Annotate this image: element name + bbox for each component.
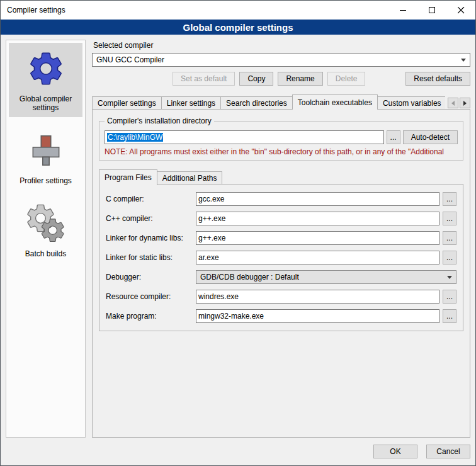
sidebar-item-label: Profiler settings [20,176,72,185]
close-button[interactable] [446,1,475,20]
chevron-down-icon [461,59,466,62]
dynamic-linker-label: Linker for dynamic libs: [106,234,193,242]
tab-search-directories[interactable]: Search directories [220,96,293,110]
compiler-settings-window: Compiler settings Global compiler settin… [0,0,476,466]
selected-compiler-value: GNU GCC Compiler [96,55,457,64]
ok-button[interactable]: OK [373,445,417,458]
set-as-default-button: Set as default [173,72,235,86]
copy-button[interactable]: Copy [239,72,273,86]
reset-defaults-button[interactable]: Reset defaults [405,72,470,86]
compiler-button-row: Set as default Copy Rename Delete Reset … [92,72,470,86]
make-program-value: mingw32-make.exe [198,312,264,321]
tab-scroll-left-button[interactable] [448,98,458,108]
minimize-button[interactable] [388,1,417,20]
tab-compiler-settings[interactable]: Compiler settings [92,96,162,110]
field-row-dynamic-linker: Linker for dynamic libs: g++.exe ... [106,231,456,245]
subtab-program-files[interactable]: Program Files [99,169,157,185]
rename-button[interactable]: Rename [278,72,322,86]
install-dir-row: C:\raylib\MinGW ... Auto-detect [105,130,458,144]
tab-custom-variables[interactable]: Custom variables [377,96,445,110]
cancel-button[interactable]: Cancel [426,445,470,458]
field-row-make-program: Make program: mingw32-make.exe ... [106,309,456,323]
program-files-panel: C compiler: gcc.exe ... C++ compiler: g+… [99,184,463,331]
auto-detect-button[interactable]: Auto-detect [403,130,458,144]
maximize-button[interactable] [417,1,446,20]
selected-compiler-label: Selected compiler [93,41,470,50]
field-row-c-compiler: C compiler: gcc.exe ... [106,192,456,206]
debugger-value: GDB/CDB debugger : Default [200,273,443,281]
install-dir-input[interactable]: C:\raylib\MinGW [105,130,384,144]
resource-compiler-label: Resource compiler: [106,292,193,301]
dialog-footer: OK Cancel [1,438,475,465]
profiler-settings-icon [26,131,65,170]
sidebar-item-profiler-settings[interactable]: Profiler settings [9,125,82,190]
close-icon [458,7,465,14]
field-row-resource-compiler: Resource compiler: windres.exe ... [106,290,456,304]
debugger-label: Debugger: [106,273,193,281]
toolchain-executables-panel: Compiler's installation directory C:\ray… [92,109,470,438]
tab-toolchain-executables[interactable]: Toolchain executables [292,94,378,110]
make-program-label: Make program: [106,312,193,321]
arrow-right-icon [463,101,467,106]
tab-scroll-buttons [445,98,470,110]
resource-compiler-browse-button[interactable]: ... [443,290,456,304]
window-title: Compiler settings [1,1,388,20]
resource-compiler-value: windres.exe [198,292,239,301]
static-linker-value: ar.exe [198,253,219,262]
dynamic-linker-value: g++.exe [198,234,225,242]
main-panel: Selected compiler GNU GCC Compiler Set a… [92,40,470,438]
program-files-tabstrip: Program Files Additional Paths [99,169,463,185]
c-compiler-input[interactable]: gcc.exe [196,192,439,206]
selected-compiler-select[interactable]: GNU GCC Compiler [92,53,470,67]
tab-scroll-right-button[interactable] [460,98,470,108]
dynamic-linker-input[interactable]: g++.exe [196,231,439,245]
make-program-input[interactable]: mingw32-make.exe [196,309,439,323]
static-linker-browse-button[interactable]: ... [443,251,456,264]
compiler-settings-gear-icon [26,49,65,88]
sidebar: Global compiler settings Profiler settin… [6,40,86,438]
install-dir-groupbox: Compiler's installation directory C:\ray… [99,121,463,161]
sidebar-item-label: Batch builds [25,249,66,258]
field-row-static-linker: Linker for static libs: ar.exe ... [106,251,456,264]
static-linker-label: Linker for static libs: [106,253,193,262]
install-dir-group-title: Compiler's installation directory [105,116,214,125]
field-row-debugger: Debugger: GDB/CDB debugger : Default [106,270,456,284]
make-program-browse-button[interactable]: ... [443,309,456,323]
install-dir-note: NOTE: All programs must exist either in … [105,147,458,156]
tabs-scroll-area: Compiler settings Linker settings Search… [92,94,445,110]
chevron-down-icon [447,276,452,279]
delete-button: Delete [327,72,366,86]
cpp-compiler-browse-button[interactable]: ... [443,212,456,225]
sidebar-item-global-compiler-settings[interactable]: Global compiler settings [9,43,82,117]
install-dir-selected-text: C:\raylib\MinGW [107,133,163,142]
page-title: Global compiler settings [1,20,475,35]
install-dir-browse-button[interactable]: ... [387,130,400,144]
cpp-compiler-label: C++ compiler: [106,214,193,223]
c-compiler-value: gcc.exe [198,195,224,203]
sidebar-item-label: Global compiler settings [10,94,81,112]
dialog-body: Global compiler settings Profiler settin… [1,35,475,438]
batch-builds-gears-icon [26,204,65,243]
cpp-compiler-input[interactable]: g++.exe [196,212,439,225]
subtab-additional-paths[interactable]: Additional Paths [157,171,223,185]
sidebar-item-batch-builds[interactable]: Batch builds [9,198,82,263]
title-bar: Compiler settings [1,1,475,20]
main-tabstrip: Compiler settings Linker settings Search… [92,94,470,110]
tab-linker-settings[interactable]: Linker settings [161,96,221,110]
debugger-select[interactable]: GDB/CDB debugger : Default [196,270,456,284]
minimize-icon [400,7,407,14]
c-compiler-label: C compiler: [106,195,193,203]
static-linker-input[interactable]: ar.exe [196,251,439,264]
resource-compiler-input[interactable]: windres.exe [196,290,439,304]
dynamic-linker-browse-button[interactable]: ... [443,231,456,245]
arrow-left-icon [451,101,455,106]
field-row-cpp-compiler: C++ compiler: g++.exe ... [106,212,456,225]
maximize-icon [429,7,436,14]
c-compiler-browse-button[interactable]: ... [443,192,456,206]
cpp-compiler-value: g++.exe [198,214,225,223]
